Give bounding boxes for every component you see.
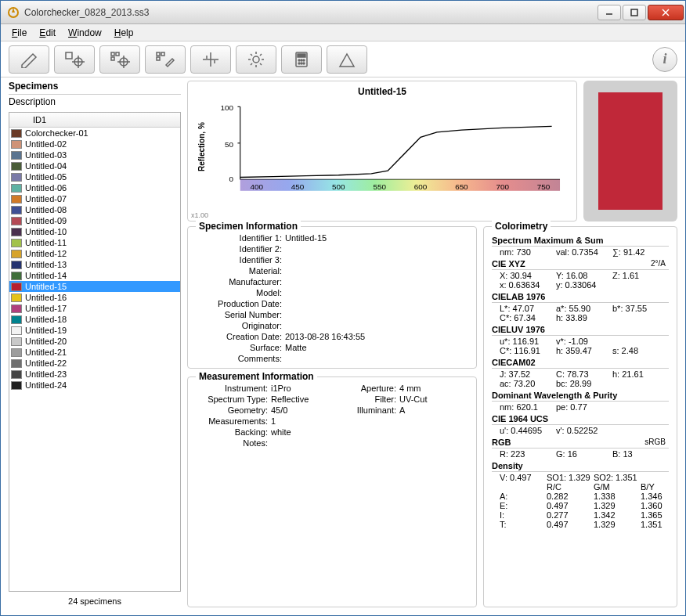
list-item[interactable]: Untitled-05 (9, 171, 180, 182)
list-item-label: Untitled-19 (25, 326, 67, 335)
metric-value: y: 0.33064 (556, 280, 612, 290)
svg-text:400: 400 (250, 182, 262, 191)
field-label: Identifier 1: (196, 233, 282, 243)
svg-text:600: 600 (414, 182, 427, 191)
chart-svg: 100 50 0 (208, 99, 569, 196)
list-item[interactable]: Untitled-16 (9, 292, 180, 303)
color-swatch (11, 381, 22, 390)
minimize-button[interactable] (598, 5, 621, 20)
field-label: Illuminant: (343, 405, 396, 415)
field-label: Serial Number: (196, 310, 282, 319)
svg-text:650: 650 (455, 182, 468, 191)
list-item[interactable]: Untitled-13 (9, 259, 180, 270)
menu-help[interactable]: Help (108, 26, 140, 40)
svg-point-37 (301, 63, 302, 64)
list-item[interactable]: Untitled-06 (9, 182, 180, 193)
field-label: Aperture: (343, 384, 396, 393)
svg-rect-10 (116, 52, 119, 56)
list-item[interactable]: Untitled-03 (9, 149, 180, 160)
color-swatch (11, 217, 22, 225)
menu-window[interactable]: Window (62, 26, 108, 40)
color-swatch (11, 272, 22, 280)
svg-point-34 (301, 59, 302, 61)
calculator-tool[interactable] (281, 45, 322, 74)
field-label: Comments: (196, 354, 282, 363)
metric-value: v': 0.52252 (556, 426, 612, 435)
list-item[interactable]: Untitled-02 (9, 139, 180, 149)
list-item-label: Untitled-23 (25, 369, 67, 379)
list-item[interactable]: Untitled-11 (9, 237, 180, 248)
target-single-tool[interactable] (54, 45, 95, 74)
target-grid-tool[interactable] (99, 45, 140, 74)
app-icon (7, 6, 20, 19)
field-label: Measurements: (196, 416, 268, 426)
metric-value: ∑: 91.42 (612, 247, 669, 257)
field-value: 2013-08-28 16:43:55 (285, 332, 468, 341)
specimen-info-fieldset: Specimen Information Identifier 1:Untitl… (187, 226, 477, 369)
list-item[interactable]: Untitled-22 (9, 358, 180, 369)
list-item-label: Untitled-17 (25, 304, 67, 313)
list-item[interactable]: Untitled-14 (9, 270, 180, 281)
field-value: 4 mm (399, 384, 468, 393)
spectrum-chart: Untitled-15 Reflection, % 100 50 0 (187, 81, 577, 222)
list-item[interactable]: Untitled-21 (9, 347, 180, 358)
list-item-label: Untitled-04 (25, 161, 67, 171)
list-item[interactable]: Untitled-17 (9, 303, 180, 314)
list-item[interactable]: Untitled-15 (9, 281, 180, 292)
id-column-header: ID1 (33, 115, 46, 124)
list-item[interactable]: Untitled-19 (9, 325, 180, 336)
svg-rect-32 (298, 54, 305, 57)
metric-value: h: 359.47 (556, 346, 612, 355)
svg-point-22 (253, 56, 259, 63)
field-label: Creation Date: (196, 332, 282, 341)
delta-tool[interactable] (327, 45, 367, 74)
specimen-list[interactable]: ID1 Colorchecker-01Untitled-02Untitled-0… (9, 112, 181, 592)
color-swatch (11, 370, 22, 379)
svg-text:750: 750 (537, 182, 550, 191)
crosshair-tool[interactable] (190, 45, 231, 74)
list-item[interactable]: Untitled-12 (9, 248, 180, 259)
metric-value (612, 379, 669, 388)
list-item[interactable]: Untitled-09 (9, 215, 180, 226)
list-item[interactable]: Untitled-04 (9, 160, 180, 171)
field-label: Backing: (196, 427, 268, 437)
chart-title: Untitled-15 (196, 86, 569, 97)
metric-value: b*: 37.55 (612, 304, 669, 313)
color-swatch (11, 348, 22, 357)
close-button[interactable] (648, 5, 684, 20)
field-value (271, 438, 340, 448)
brightness-tool[interactable] (236, 45, 276, 74)
svg-text:100: 100 (220, 104, 233, 113)
list-item[interactable]: Untitled-08 (9, 204, 180, 215)
color-preview-panel (583, 81, 677, 222)
svg-rect-11 (111, 57, 114, 60)
list-item[interactable]: Untitled-20 (9, 336, 180, 347)
color-swatch (11, 206, 22, 214)
info-button[interactable]: i (652, 47, 677, 72)
svg-text:0: 0 (229, 175, 233, 184)
list-header[interactable]: ID1 (9, 113, 180, 128)
menu-edit[interactable]: Edit (33, 26, 62, 40)
list-item-label: Untitled-08 (25, 205, 67, 214)
list-item[interactable]: Untitled-10 (9, 226, 180, 237)
svg-text:550: 550 (373, 182, 385, 191)
grid-pencil-tool[interactable] (145, 45, 186, 74)
metric-value (612, 280, 669, 290)
pencil-tool[interactable] (9, 45, 49, 74)
list-item[interactable]: Untitled-23 (9, 369, 180, 380)
field-value: Matte (285, 343, 468, 352)
menu-file[interactable]: File (5, 26, 33, 40)
list-item[interactable]: Untitled-07 (9, 193, 180, 204)
color-swatch (11, 151, 22, 160)
list-item[interactable]: Colorchecker-01 (9, 128, 180, 139)
list-item[interactable]: Untitled-18 (9, 314, 180, 325)
list-item[interactable]: Untitled-24 (9, 380, 180, 391)
measurement-info-fieldset: Measurement Information Instrument:i1Pro… (187, 376, 477, 607)
maximize-button[interactable] (623, 5, 646, 20)
metric-value: Y: 16.08 (556, 271, 612, 280)
field-value: 1 (271, 416, 340, 426)
svg-text:500: 500 (332, 182, 345, 191)
metric-value (612, 337, 669, 346)
svg-point-38 (303, 63, 305, 64)
metric-value: C*: 67.34 (500, 313, 556, 322)
